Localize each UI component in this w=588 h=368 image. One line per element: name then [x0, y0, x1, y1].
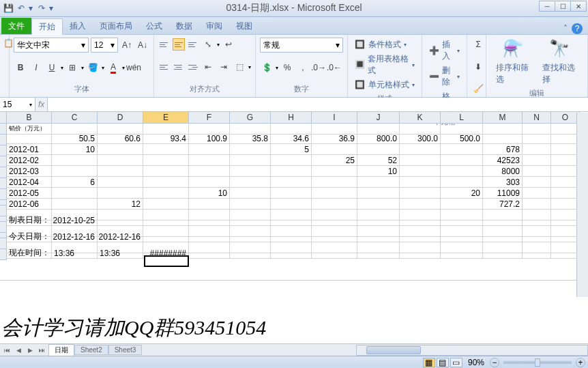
cell[interactable] — [271, 199, 312, 210]
cell[interactable] — [441, 215, 483, 226]
cell[interactable]: 42523 — [483, 155, 523, 166]
cell[interactable] — [230, 215, 271, 226]
cell[interactable] — [400, 199, 441, 210]
minimize-button[interactable]: ─ — [539, 1, 555, 12]
cell[interactable]: 36.9 — [312, 133, 357, 144]
cell[interactable]: ######## — [143, 248, 189, 259]
maximize-button[interactable]: ☐ — [555, 1, 571, 12]
column-header[interactable]: M — [483, 112, 523, 124]
cell[interactable] — [189, 215, 230, 226]
cell[interactable] — [441, 199, 483, 210]
font-size-select[interactable]: 12▾ — [91, 38, 118, 53]
cell[interactable] — [312, 199, 357, 210]
cell[interactable] — [271, 166, 312, 177]
vertical-scrollbar[interactable] — [576, 113, 588, 297]
cell[interactable]: 34.6 — [271, 133, 312, 144]
row-header[interactable] — [0, 156, 7, 167]
cell[interactable]: 10 — [52, 144, 98, 155]
column-header[interactable]: E — [143, 112, 189, 124]
minimize-ribbon-icon[interactable]: ˄ — [563, 24, 568, 33]
cell[interactable]: 2012-01 — [7, 144, 52, 155]
cell[interactable]: 500.0 — [441, 133, 483, 144]
cell[interactable] — [312, 166, 357, 177]
cell[interactable] — [523, 199, 551, 210]
cell[interactable] — [523, 133, 551, 144]
autosum-icon[interactable]: Σ — [471, 38, 485, 51]
select-all-button[interactable] — [0, 112, 7, 124]
column-header[interactable]: K — [400, 112, 441, 124]
italic-button[interactable]: I — [29, 61, 43, 74]
row-header[interactable] — [0, 178, 7, 189]
spreadsheet-grid[interactable]: BCDEFGHIJKLMNO 销价（万元）50.560.693.4100.935… — [0, 112, 588, 281]
cell[interactable] — [551, 166, 580, 177]
cell[interactable] — [271, 155, 312, 166]
cell[interactable] — [312, 177, 357, 188]
column-header[interactable]: J — [357, 112, 400, 124]
decrease-decimal-icon[interactable]: .0← — [327, 61, 341, 74]
wrap-text-icon[interactable]: ↩ — [222, 38, 235, 51]
cell[interactable]: 2012-04 — [7, 177, 52, 188]
cell[interactable] — [230, 231, 271, 242]
tab-data[interactable]: 数据 — [169, 18, 199, 34]
cell[interactable] — [523, 144, 551, 155]
cell[interactable] — [143, 199, 189, 210]
cell[interactable] — [357, 215, 400, 226]
sheet-nav-prev-icon[interactable]: ◀ — [13, 345, 24, 355]
name-box[interactable]: 15▾ — [0, 98, 35, 111]
cell[interactable] — [230, 199, 271, 210]
cell[interactable]: 2012-12-16 — [52, 231, 98, 242]
column-header[interactable]: O — [551, 112, 580, 124]
cell[interactable] — [357, 199, 400, 210]
align-right-icon[interactable] — [187, 61, 199, 73]
align-middle-icon[interactable] — [173, 38, 185, 51]
cell[interactable] — [189, 177, 230, 188]
cell[interactable] — [271, 231, 312, 242]
cell[interactable] — [357, 188, 400, 199]
sort-filter-button[interactable]: ⚗️ 排序和筛选 — [490, 38, 537, 87]
zoom-slider[interactable] — [503, 361, 572, 364]
cell[interactable] — [7, 133, 52, 144]
cell[interactable]: 11009 — [483, 188, 523, 199]
cell[interactable] — [551, 215, 580, 226]
cell[interactable] — [483, 215, 523, 226]
row-header[interactable] — [0, 135, 7, 145]
cell[interactable]: 制表日期： — [7, 215, 52, 226]
cell[interactable] — [271, 215, 312, 226]
cell[interactable] — [143, 188, 189, 199]
row-header[interactable] — [0, 200, 7, 206]
cell[interactable]: 2012-05 — [7, 188, 52, 199]
tab-file[interactable]: 文件 — [1, 18, 31, 34]
cell[interactable] — [98, 166, 143, 177]
tab-view[interactable]: 视图 — [229, 18, 259, 34]
horizontal-scrollbar[interactable] — [356, 345, 588, 356]
cell[interactable] — [357, 248, 400, 259]
cell[interactable] — [400, 231, 441, 242]
cell[interactable] — [551, 144, 580, 155]
cell[interactable] — [271, 188, 312, 199]
underline-button[interactable]: U — [45, 61, 59, 74]
qat-customize-icon[interactable]: ▾ — [49, 3, 55, 13]
cell[interactable]: 10 — [357, 166, 400, 177]
cell[interactable] — [312, 248, 357, 259]
cell[interactable]: 8000 — [483, 166, 523, 177]
cell[interactable] — [400, 166, 441, 177]
cell[interactable]: 现在时间： — [7, 248, 52, 259]
cell[interactable]: 800.0 — [357, 133, 400, 144]
cell[interactable] — [189, 155, 230, 166]
cell[interactable]: 303 — [483, 177, 523, 188]
column-header[interactable]: I — [312, 112, 357, 124]
cell[interactable] — [357, 144, 400, 155]
zoom-out-button[interactable]: − — [490, 358, 499, 367]
cell[interactable] — [551, 177, 580, 188]
fill-icon[interactable]: ⬇ — [471, 60, 485, 74]
cell[interactable] — [483, 133, 523, 144]
cell[interactable] — [523, 177, 551, 188]
cell[interactable]: 100.9 — [189, 133, 230, 144]
cell[interactable] — [189, 248, 230, 259]
cell[interactable] — [357, 177, 400, 188]
column-header[interactable]: G — [230, 112, 271, 124]
undo-dropdown-icon[interactable]: ▾ — [29, 3, 34, 13]
cell[interactable] — [441, 155, 483, 166]
cell[interactable]: 5 — [271, 144, 312, 155]
sheet-nav-last-icon[interactable]: ⏭ — [36, 345, 47, 355]
